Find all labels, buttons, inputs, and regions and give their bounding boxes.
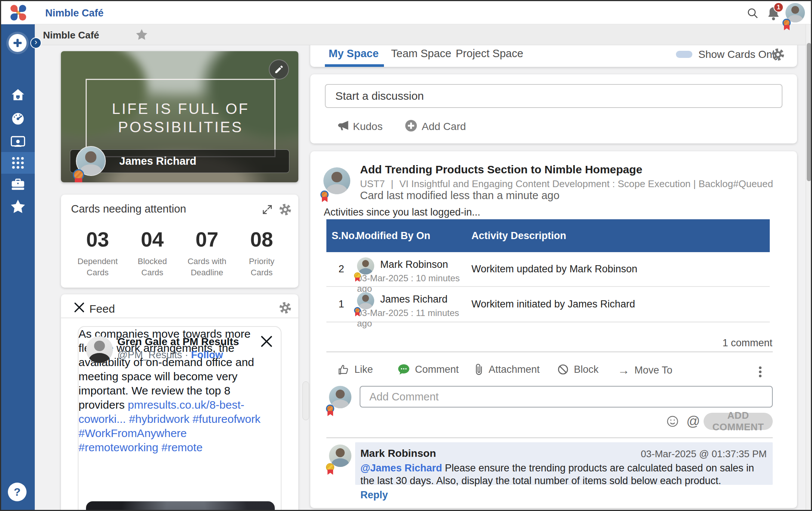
mention-at-icon[interactable]: @	[686, 414, 700, 429]
quote-line-2: POSSIBILITIES	[118, 119, 243, 136]
sidebar-item-apps-active[interactable]	[1, 152, 35, 174]
page-scrollbar-thumb[interactable]	[807, 43, 811, 181]
sidebar-expand-chevron[interactable]: ›	[30, 37, 41, 49]
row-description: Workitem initiated by James Richard	[471, 298, 770, 310]
kudos-megaphone-icon[interactable]	[338, 120, 350, 131]
col-activity-desc: Activity Description	[471, 230, 770, 242]
gear-icon[interactable]	[279, 203, 292, 216]
add-card-plus-icon[interactable]	[405, 120, 417, 131]
help-button[interactable]: ?	[8, 483, 27, 501]
expand-icon[interactable]	[261, 204, 273, 216]
start-discussion-input[interactable]	[325, 84, 782, 108]
tab-project-space[interactable]: Project Space	[456, 47, 523, 60]
page-scrollbar[interactable]	[806, 24, 812, 511]
reply-link[interactable]: Reply	[360, 489, 388, 501]
workitem-path: VI Insightful and Engaging Content Devel…	[399, 178, 773, 189]
hero-user-avatar[interactable]	[76, 146, 106, 176]
edit-cover-button[interactable]	[269, 59, 289, 80]
medal-badge-icon	[354, 307, 361, 314]
avatar	[86, 336, 113, 363]
sidebar-add-button[interactable]	[9, 34, 27, 52]
quote-line-1: LIFE IS FULL OF	[112, 100, 249, 117]
tweet-card: Gren Gale at PM Results @PM_Results · Fo…	[78, 326, 282, 511]
move-to-button[interactable]: → Move To	[618, 363, 673, 377]
table-row: 2 Mark Robinson 03-Mar-2025 : 10 minutes…	[326, 252, 770, 287]
comment-bubble-icon	[397, 363, 410, 375]
comment-body: @James Richard Please ensure the trendin…	[360, 462, 766, 487]
workitem-id: UST7	[360, 178, 385, 189]
emoji-icon[interactable]	[666, 415, 679, 428]
app-title: Nimble Café	[45, 7, 104, 19]
tab-team-space[interactable]: Team Space	[391, 47, 451, 60]
workitem-title[interactable]: Add Trending Products Section to Nimble …	[360, 163, 642, 176]
follow-link[interactable]: Follow	[191, 349, 223, 360]
tweet-author-name[interactable]: Gren Gale at PM Results	[117, 336, 239, 348]
commenter-avatar	[329, 386, 351, 408]
more-options-kebab-icon[interactable]	[759, 365, 762, 379]
nimble-logo[interactable]	[1, 1, 34, 24]
stat-blocked-cards[interactable]: 04 BlockedCards	[125, 227, 179, 278]
x-logo-icon	[74, 302, 85, 313]
add-comment-button[interactable]: ADD COMMENT	[704, 413, 773, 430]
active-tab-underline	[325, 64, 384, 67]
comment-button[interactable]: Comment	[397, 363, 459, 375]
tab-my-space[interactable]: My Space	[329, 47, 379, 60]
stat-cards-deadline[interactable]: 07 Cards withDeadline	[180, 227, 234, 278]
spaces-tab-bar: My Space Team Space Project Space Show C…	[310, 41, 797, 67]
sidebar-item-workspace[interactable]	[1, 174, 35, 195]
nimble-logo-icon	[10, 4, 27, 21]
tweet-handle[interactable]: @PM_Results	[117, 349, 182, 360]
sidebar-item-dashboard[interactable]	[1, 108, 35, 130]
hero-quote: LIFE IS FULL OF POSSIBILITIES	[86, 79, 276, 157]
col-modified-by: Modified By On	[356, 230, 471, 242]
mention-link[interactable]: @James Richard	[360, 462, 442, 474]
attention-stats: 03 DependentCards 04 BlockedCards 07 Car…	[70, 227, 289, 278]
gear-icon[interactable]	[771, 47, 785, 62]
gear-icon[interactable]	[279, 301, 292, 315]
sidebar-item-meeting[interactable]	[1, 131, 35, 153]
card-owner-avatar[interactable]	[323, 167, 350, 194]
kudos-button[interactable]: Kudos	[353, 121, 382, 133]
comment-count[interactable]: 1 comment	[722, 337, 772, 349]
medal-badge-icon	[326, 405, 334, 413]
tweet-author-avatar[interactable]	[86, 336, 113, 363]
block-button[interactable]: Block	[557, 363, 599, 375]
user-avatar[interactable]	[785, 3, 805, 22]
page-header: Nimble Café	[35, 24, 812, 45]
show-cards-only-toggle[interactable]	[676, 51, 692, 58]
arrow-right-icon: →	[618, 363, 630, 377]
paperclip-icon	[474, 363, 484, 375]
attachment-button[interactable]: Attachment	[474, 363, 540, 375]
workitem-card: Add Trending Products Section to Nimble …	[310, 151, 797, 508]
comment-author-name: Mark Robinson	[360, 447, 436, 459]
comment-author-avatar	[329, 445, 351, 467]
page-title: Nimble Café	[43, 30, 99, 41]
activities-table: S.No. Modified By On Activity Descriptio…	[326, 219, 770, 322]
like-button[interactable]: Like	[338, 363, 373, 375]
sidebar-item-favorites[interactable]	[1, 195, 35, 217]
briefcase-icon	[11, 178, 25, 191]
star-icon	[10, 199, 25, 213]
tweet-image[interactable]: The 8 top providers	[86, 501, 275, 511]
notifications-bell-icon[interactable]: 1	[767, 6, 782, 22]
x-logo-icon[interactable]	[260, 335, 273, 348]
stat-priority-cards[interactable]: 08 PriorityCards	[234, 227, 289, 278]
left-panel-scrollbar-thumb[interactable]	[302, 381, 309, 420]
table-header-row: S.No. Modified By On Activity Descriptio…	[326, 219, 770, 252]
stat-dependent-cards[interactable]: 03 DependentCards	[70, 227, 125, 278]
sidebar-item-home[interactable]	[1, 84, 35, 106]
comment-block: Mark Robinson 03-Mar-2025 @ 01:37:35 PM …	[355, 442, 773, 485]
divider	[326, 437, 773, 438]
add-comment-input[interactable]	[360, 386, 773, 408]
add-card-button[interactable]: Add Card	[422, 121, 466, 133]
apps-grid-icon	[11, 156, 25, 170]
col-sno: S.No.	[326, 230, 356, 242]
favorite-star-icon[interactable]	[136, 29, 148, 40]
last-modified-text: Card last modified less than a minute ag…	[360, 189, 560, 202]
table-row: 1 James Richard 03-Mar-2025 : 11 minutes…	[326, 287, 770, 322]
sidebar-nav: ›	[1, 24, 35, 511]
medal-badge-icon	[354, 272, 361, 279]
cards-attention-widget: Cards needing attention 03 DependentCard…	[61, 195, 298, 288]
search-icon[interactable]	[746, 7, 759, 19]
divider	[326, 351, 773, 352]
